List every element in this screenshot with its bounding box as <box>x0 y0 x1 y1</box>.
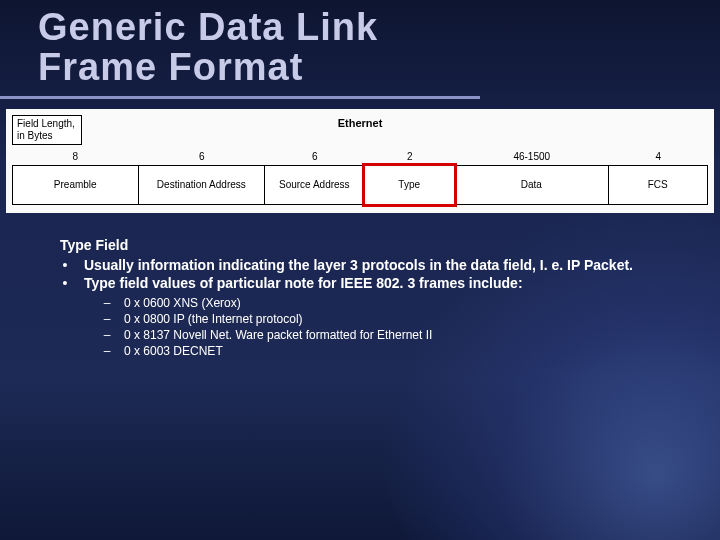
field-name: Type <box>364 165 455 205</box>
frame-field-preamble: 8Preamble <box>12 149 139 205</box>
field-length-label: Field Length, in Bytes <box>12 115 82 145</box>
sub-list-item-text: 0 x 0600 XNS (Xerox) <box>124 296 241 310</box>
field-bytes: 4 <box>609 149 708 165</box>
field-bytes: 8 <box>12 149 139 165</box>
field-name: Preamble <box>12 165 139 205</box>
dash-icon: – <box>102 312 112 326</box>
list-item-text: Type field values of particular note for… <box>84 275 680 291</box>
dash-icon: – <box>102 344 112 358</box>
slide-title: Generic Data Link Frame Format <box>0 0 480 99</box>
sub-list-item: –0 x 0800 IP (the Internet protocol) <box>102 311 680 327</box>
sub-list-item-text: 0 x 6003 DECNET <box>124 344 223 358</box>
dash-icon: – <box>102 328 112 342</box>
frame-field-destination-address: 6Destination Address <box>139 149 266 205</box>
dash-icon: – <box>102 296 112 310</box>
field-bytes: 2 <box>365 149 455 165</box>
field-name: FCS <box>608 165 708 205</box>
field-bytes: 6 <box>139 149 266 165</box>
sub-list-item: –0 x 8137 Novell Net. Ware packet format… <box>102 327 680 343</box>
frame-field-fcs: 4FCS <box>609 149 708 205</box>
diagram-header-row: Field Length, in Bytes Ethernet <box>6 115 714 149</box>
frame-diagram: Field Length, in Bytes Ethernet 8Preambl… <box>6 109 714 213</box>
field-name: Data <box>454 165 609 205</box>
bullet-icon: • <box>60 257 70 273</box>
field-name: Source Address <box>264 165 364 205</box>
field-bytes: 46-1500 <box>455 149 609 165</box>
sub-list-item: –0 x 0600 XNS (Xerox) <box>102 295 680 311</box>
list-item-text: Usually information indicating the layer… <box>84 257 680 273</box>
field-name: Destination Address <box>138 165 266 205</box>
frame-field-row: 8Preamble6Destination Address6Source Add… <box>6 149 714 205</box>
section-heading: Type Field <box>60 237 680 253</box>
frame-field-source-address: 6Source Address <box>265 149 364 205</box>
list-item: •Usually information indicating the laye… <box>60 257 680 273</box>
frame-field-data: 46-1500Data <box>455 149 609 205</box>
frame-field-type: 2Type <box>365 149 455 205</box>
bullet-list: •Usually information indicating the laye… <box>60 257 680 291</box>
sub-list-item: –0 x 6003 DECNET <box>102 343 680 359</box>
bullet-icon: • <box>60 275 70 291</box>
content-body: Type Field •Usually information indicati… <box>0 213 720 359</box>
sub-bullet-list: –0 x 0600 XNS (Xerox)–0 x 0800 IP (the I… <box>60 295 680 359</box>
sub-list-item-text: 0 x 8137 Novell Net. Ware packet formatt… <box>124 328 432 342</box>
list-item: •Type field values of particular note fo… <box>60 275 680 291</box>
field-bytes: 6 <box>265 149 364 165</box>
sub-list-item-text: 0 x 0800 IP (the Internet protocol) <box>124 312 303 326</box>
slide: Generic Data Link Frame Format Field Len… <box>0 0 720 540</box>
ethernet-label: Ethernet <box>82 115 638 129</box>
